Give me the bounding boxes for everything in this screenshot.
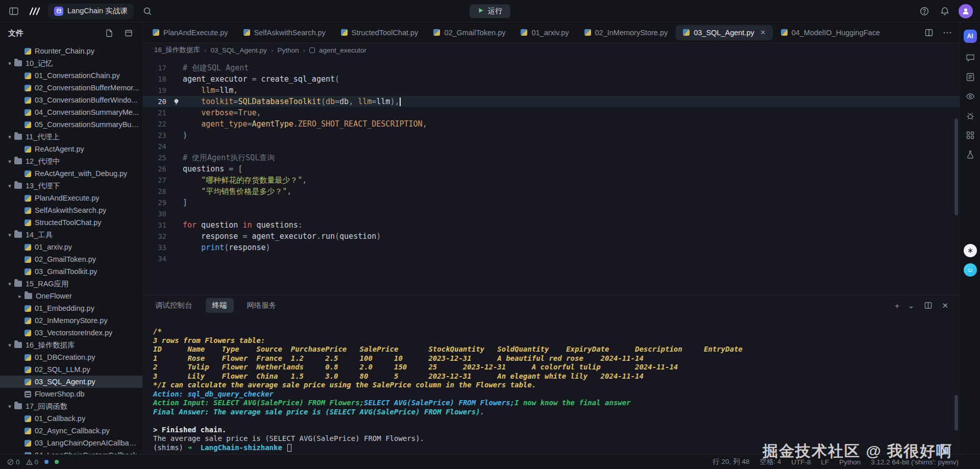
code-line[interactable]: 29] <box>143 197 960 208</box>
editor-tab[interactable]: 02_GmailToken.py <box>426 25 512 40</box>
tree-file[interactable]: 01_DBCreation.py <box>0 351 142 363</box>
code-editor[interactable]: 17# 创建SQL Agent18agent_executor = create… <box>143 57 960 295</box>
new-terminal-icon[interactable]: ＋ <box>893 302 901 309</box>
errors-indicator[interactable]: 0 <box>7 458 20 466</box>
ai-assistant-button[interactable] <box>964 263 977 277</box>
tree-file[interactable]: 01_arxiv.py <box>0 241 142 253</box>
sidebar-toggle-icon[interactable] <box>7 5 20 18</box>
editor-tab[interactable]: 02_InMemoryStore.py <box>577 25 675 40</box>
code-line[interactable]: 21 verbose=True, <box>143 107 960 118</box>
tree-folder[interactable]: ▾17_回调函数 <box>0 400 142 412</box>
notifications-bell-icon[interactable] <box>938 5 951 18</box>
flask-icon[interactable] <box>964 148 977 161</box>
split-panel-icon[interactable] <box>921 299 935 312</box>
tree-file[interactable]: 03_LangChainOpenAICallback... <box>0 437 142 449</box>
ai-badge[interactable]: AI <box>964 30 977 43</box>
code-line[interactable]: 32 response = agent_executor.run(questio… <box>143 231 960 242</box>
tree-file[interactable]: 03_GmailToolkit.py <box>0 265 142 278</box>
tree-file[interactable]: FlowerShop.db <box>0 388 142 400</box>
code-line[interactable]: 30 <box>143 208 960 219</box>
code-line[interactable]: 34 <box>143 253 960 264</box>
status-item[interactable]: LF <box>821 458 829 466</box>
terminal-output[interactable]: /*3 rows from Flowers table:ID Name Type… <box>143 315 960 454</box>
status-item[interactable]: UTF-8 <box>791 458 811 466</box>
collapse-explorer-icon[interactable] <box>122 27 135 40</box>
code-line[interactable]: 23) <box>143 130 960 141</box>
editor-tab[interactable]: SelfAskwithSearch.py <box>236 25 333 40</box>
tree-file[interactable]: 03_SQL_Agent.py <box>0 376 142 388</box>
tree-file[interactable]: 02_SQL_LLM.py <box>0 363 142 376</box>
tree-folder[interactable]: ▾12_代理中 <box>0 155 142 167</box>
code-line[interactable]: 17# 创建SQL Agent <box>143 62 960 73</box>
panel-tab[interactable]: 网络服务 <box>246 298 278 313</box>
status-item[interactable]: Python <box>839 458 861 466</box>
code-review-icon[interactable] <box>964 70 977 84</box>
tree-file[interactable]: 01_ConversationChain.py <box>0 69 142 82</box>
more-actions-icon[interactable]: ⋯ <box>943 27 952 38</box>
tree-folder[interactable]: ▾14_工具 <box>0 229 142 241</box>
tree-folder[interactable]: ▾16_操作数据库 <box>0 339 142 351</box>
bug-icon[interactable] <box>964 109 977 122</box>
status-item[interactable]: 3.12.2 64-bit ('shims': pyenv) <box>871 458 959 466</box>
terminal-dropdown-icon[interactable]: ⌄ <box>908 302 915 309</box>
apps-grid-icon[interactable] <box>964 129 977 142</box>
editor-tab[interactable]: PlanAndExecute.py <box>145 25 235 40</box>
code-line[interactable]: 19 llm=llm, <box>143 85 960 96</box>
editor-tab[interactable]: 03_SQL_Agent.py× <box>676 25 772 40</box>
breadcrumb-item[interactable]: Python <box>277 46 299 54</box>
tree-file[interactable]: 04_LangChainCustomCallback <box>0 449 142 454</box>
code-line[interactable]: 24 <box>143 141 960 152</box>
chat-icon[interactable] <box>964 51 977 64</box>
tree-file[interactable]: 05_ConversationSummaryBuff... <box>0 118 142 131</box>
quick-access-button[interactable] <box>964 244 977 257</box>
breadcrumb-item[interactable]: 16_操作数据库 <box>154 45 200 55</box>
code-line[interactable]: 27 "哪种鲜花的存货数量最少？", <box>143 175 960 186</box>
project-badge[interactable]: LangChain 实战课 <box>48 4 134 19</box>
status-item[interactable]: 行 20, 列 48 <box>713 457 749 466</box>
code-line[interactable]: 18agent_executor = create_sql_agent( <box>143 73 960 85</box>
tree-file[interactable]: StructedToolChat.py <box>0 216 142 229</box>
panel-tab[interactable]: 调试控制台 <box>154 298 193 313</box>
help-icon[interactable] <box>918 5 931 18</box>
tree-folder[interactable]: ▾11_代理上 <box>0 131 142 143</box>
warnings-indicator[interactable]: 0 <box>26 458 39 466</box>
code-line[interactable]: 26questions = [ <box>143 163 960 175</box>
tab-close-icon[interactable]: × <box>761 28 766 37</box>
tree-file[interactable]: 01_Callback.py <box>0 412 142 425</box>
breadcrumb-item[interactable]: 03_SQL_Agent.py <box>211 46 267 54</box>
tree-file[interactable]: 02_GmailToken.py <box>0 253 142 265</box>
terminal-scrollbar[interactable] <box>954 395 958 431</box>
status-dot-blue[interactable] <box>44 460 48 464</box>
user-avatar[interactable] <box>959 4 973 18</box>
eye-icon[interactable] <box>964 90 977 103</box>
panel-tab[interactable]: 终端 <box>206 298 234 313</box>
editor-tab[interactable]: 01_arxiv.py <box>513 25 576 40</box>
tree-file[interactable]: 02_InMemoryStore.py <box>0 314 142 327</box>
code-line[interactable]: 25# 使用Agent执行SQL查询 <box>143 152 960 163</box>
code-line[interactable]: 33 print(response) <box>143 242 960 253</box>
tree-file[interactable]: 03_ConversationBufferWindo... <box>0 94 142 106</box>
app-logo[interactable] <box>28 5 41 18</box>
tree-file[interactable]: PlanAndExecute.py <box>0 192 142 204</box>
code-line[interactable]: 28 "平均销售价格是多少？", <box>143 186 960 197</box>
tree-folder[interactable]: ▾10_记忆 <box>0 57 142 69</box>
status-dot-green[interactable] <box>55 460 59 464</box>
new-file-icon[interactable] <box>103 27 116 40</box>
tree-folder[interactable]: ▸OneFlower <box>0 290 142 302</box>
split-editor-icon[interactable] <box>922 26 936 39</box>
tree-file[interactable]: 02_Async_Callback.py <box>0 425 142 437</box>
code-line[interactable]: 31for question in questions: <box>143 219 960 231</box>
tree-file[interactable]: ReActAgent.py <box>0 143 142 155</box>
tree-file[interactable]: 04_ConversationSummaryMe... <box>0 106 142 118</box>
tree-file[interactable]: Rounter_Chain.py <box>0 45 142 57</box>
tree-folder[interactable]: ▾15_RAG应用 <box>0 278 142 290</box>
tree-folder[interactable]: ▾13_代理下 <box>0 180 142 192</box>
tree-file[interactable]: 01_Embedding.py <box>0 302 142 314</box>
editor-tab[interactable]: StructedToolChat.py <box>334 25 426 40</box>
status-item[interactable]: 空格: 4 <box>760 457 781 466</box>
code-line[interactable]: 20 toolkit=SQLDatabaseToolkit(db=db, llm… <box>143 96 960 107</box>
tree-file[interactable]: SelfAskwithSearch.py <box>0 204 142 216</box>
tree-file[interactable]: 02_ConversationBufferMemor... <box>0 82 142 94</box>
breadcrumb-item[interactable]: agent_executor <box>319 46 366 54</box>
tree-file[interactable]: ReActAgent_with_Debug.py <box>0 167 142 180</box>
